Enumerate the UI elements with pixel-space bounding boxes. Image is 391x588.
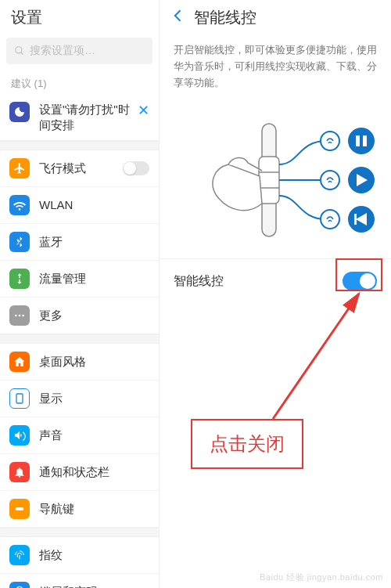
section-divider — [0, 141, 159, 150]
item-home-style[interactable]: 桌面风格 — [0, 344, 159, 381]
item-label: 桌面风格 — [39, 354, 149, 370]
item-sound[interactable]: 声音 — [0, 417, 159, 454]
svg-rect-17 — [356, 135, 360, 146]
item-label: 导航键 — [39, 501, 149, 517]
settings-title: 设置 — [0, 0, 159, 34]
svg-rect-18 — [363, 135, 367, 146]
item-label: 锁屏和密码 — [39, 584, 149, 588]
item-fingerprint[interactable]: 指纹 — [0, 537, 159, 574]
section-divider — [0, 528, 159, 537]
bluetooth-icon — [9, 232, 30, 252]
item-label: 蓝牙 — [39, 234, 149, 250]
item-label: 通知和状态栏 — [39, 464, 149, 480]
svg-point-13 — [321, 210, 339, 229]
item-label: WLAN — [39, 197, 149, 213]
svg-point-4 — [22, 315, 24, 317]
nav-icon — [9, 499, 30, 519]
wire-control-illustration — [160, 102, 391, 258]
svg-point-14 — [348, 128, 375, 154]
item-label: 声音 — [39, 427, 149, 443]
watermark: Baidu 经验 jingyan.baidu.com — [260, 572, 383, 583]
detail-header: 智能线控 — [160, 0, 391, 34]
item-airplane[interactable]: 飞行模式 — [0, 150, 159, 187]
row-label: 智能线控 — [174, 273, 224, 290]
annotation-box-toggle — [335, 258, 382, 291]
detail-right-panel: 智能线控 开启智能线控，即可体验更多便捷功能，使用华为音乐时，可利用线控实现收藏… — [160, 0, 391, 588]
item-bluetooth[interactable]: 蓝牙 — [0, 224, 159, 261]
detail-description: 开启智能线控，即可体验更多便捷功能，使用华为音乐时，可利用线控实现收藏、下载、分… — [160, 34, 391, 102]
wifi-icon — [9, 195, 30, 215]
suggestion-close-icon[interactable]: ✕ — [135, 102, 152, 119]
detail-title: 智能线控 — [194, 7, 256, 28]
item-navkey[interactable]: 导航键 — [0, 491, 159, 528]
settings-left-panel: 设置 搜索设置项… 建议 (1) 设置"请勿打扰"时间安排 ✕ 飞行模式 — [0, 0, 160, 588]
lock-icon — [9, 582, 30, 588]
svg-rect-6 — [16, 507, 24, 510]
svg-line-1 — [21, 52, 23, 55]
item-label: 显示 — [39, 391, 149, 406]
item-label: 飞行模式 — [39, 161, 123, 176]
suggestions-header: 建议 (1) — [0, 70, 159, 94]
suggestion-item[interactable]: 设置"请勿打扰"时间安排 ✕ — [0, 94, 159, 141]
bell-icon — [9, 462, 30, 482]
search-icon — [14, 45, 25, 56]
svg-point-0 — [16, 47, 22, 53]
item-label: 更多 — [39, 308, 149, 323]
back-icon[interactable] — [170, 8, 186, 27]
svg-line-20 — [273, 294, 359, 419]
item-notifications[interactable]: 通知和状态栏 — [0, 454, 159, 491]
item-label: 流量管理 — [39, 271, 149, 287]
display-icon — [9, 388, 30, 409]
item-display[interactable]: 显示 — [0, 381, 159, 417]
data-icon — [9, 269, 30, 289]
item-more[interactable]: 更多 — [0, 298, 159, 334]
item-wlan[interactable]: WLAN — [0, 187, 159, 224]
search-input[interactable]: 搜索设置项… — [6, 38, 152, 64]
item-data[interactable]: 流量管理 — [0, 261, 159, 298]
more-icon — [9, 305, 30, 326]
home-icon — [9, 352, 30, 372]
svg-rect-5 — [16, 394, 23, 403]
item-lock[interactable]: 锁屏和密码 — [0, 574, 159, 588]
svg-point-12 — [321, 171, 339, 189]
moon-icon — [9, 102, 30, 122]
svg-rect-19 — [354, 214, 357, 225]
annotation-arrow — [261, 286, 371, 427]
suggestion-label: 设置"请勿打扰"时间安排 — [39, 102, 135, 132]
svg-point-3 — [19, 315, 21, 317]
airplane-icon — [9, 158, 30, 179]
airplane-toggle[interactable] — [123, 161, 149, 175]
search-placeholder: 搜索设置项… — [30, 44, 95, 58]
fingerprint-icon — [9, 545, 30, 565]
svg-point-2 — [15, 315, 17, 317]
svg-point-11 — [321, 132, 339, 150]
item-label: 指纹 — [39, 547, 149, 563]
section-divider — [0, 334, 159, 344]
annotation-label: 点击关闭 — [191, 419, 303, 469]
sound-icon — [9, 425, 30, 446]
